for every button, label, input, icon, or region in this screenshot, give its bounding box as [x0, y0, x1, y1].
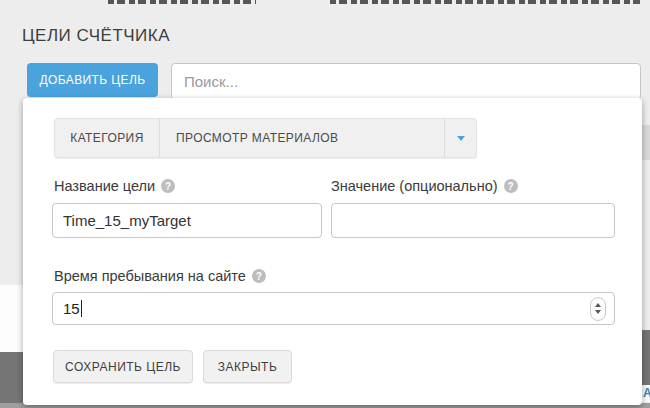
time-on-site-value: 15 [63, 300, 80, 317]
close-button[interactable]: ЗАКРЫТЬ [203, 350, 292, 383]
clipped-top-tabs [0, 0, 650, 8]
goal-value-label: Значение (опционально) [331, 178, 498, 194]
goal-value-input[interactable] [331, 203, 615, 238]
search-input[interactable] [171, 63, 641, 100]
help-icon[interactable]: ? [252, 269, 266, 283]
goal-form-panel: КАТЕГОРИЯ ПРОСМОТР МАТЕРИАЛОВ Название ц… [23, 98, 642, 405]
page-footer-right [642, 330, 650, 385]
category-dropdown[interactable]: КАТЕГОРИЯ ПРОСМОТР МАТЕРИАЛОВ [54, 118, 477, 158]
goal-name-label-row: Название цели ? [54, 178, 175, 194]
page-title: ЦЕЛИ СЧЁТЧИКА [22, 26, 170, 46]
goal-name-label: Название цели [54, 178, 155, 194]
footer-link-fragment[interactable]: А [643, 386, 650, 400]
number-stepper[interactable] [590, 297, 606, 321]
goal-name-input[interactable] [52, 203, 322, 238]
time-on-site-label: Время пребывания на сайте [54, 268, 246, 284]
stepper-down-icon[interactable] [595, 310, 601, 314]
add-goal-button[interactable]: ДОБАВИТЬ ЦЕЛЬ [27, 63, 158, 97]
category-caret-section[interactable] [445, 119, 476, 157]
text-cursor [81, 300, 82, 317]
stepper-up-icon[interactable] [595, 303, 601, 307]
help-icon[interactable]: ? [161, 179, 175, 193]
help-icon[interactable]: ? [504, 179, 518, 193]
chevron-down-icon [457, 136, 465, 141]
category-selected-value: ПРОСМОТР МАТЕРИАЛОВ [160, 119, 445, 157]
background-content-band [0, 285, 23, 352]
save-goal-button[interactable]: СОХРАНИТЬ ЦЕЛЬ [53, 350, 193, 383]
background-table-band [642, 125, 650, 160]
goal-value-label-row: Значение (опционально) ? [331, 178, 518, 194]
time-on-site-input[interactable]: 15 [52, 292, 615, 325]
page-footer-left [0, 352, 23, 408]
time-on-site-label-row: Время пребывания на сайте ? [54, 268, 266, 284]
clipped-tab-text-right [330, 0, 640, 4]
category-label: КАТЕГОРИЯ [55, 119, 160, 157]
clipped-tab-text-left [108, 0, 256, 4]
